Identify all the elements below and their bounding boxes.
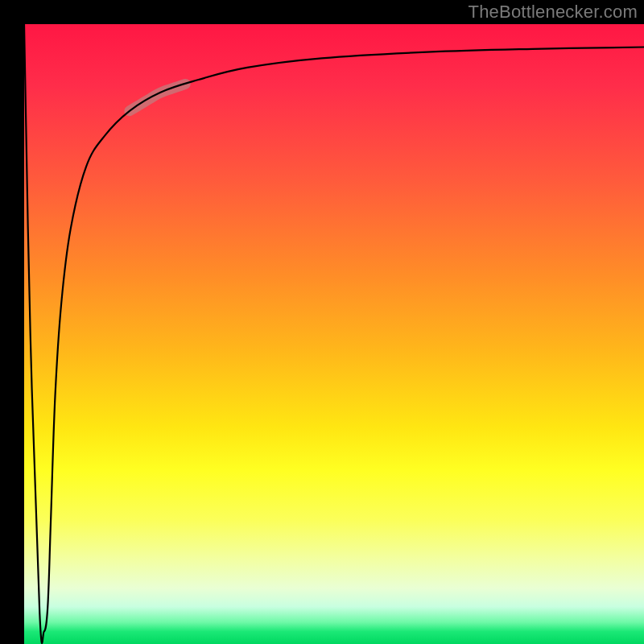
plot-area xyxy=(24,24,644,644)
curve-highlight-segment xyxy=(130,84,185,110)
chart-frame: TheBottlenecker.com xyxy=(0,0,644,644)
watermark-text: TheBottlenecker.com xyxy=(469,2,638,23)
bottleneck-curve xyxy=(24,24,644,643)
curve-layer xyxy=(24,24,644,644)
